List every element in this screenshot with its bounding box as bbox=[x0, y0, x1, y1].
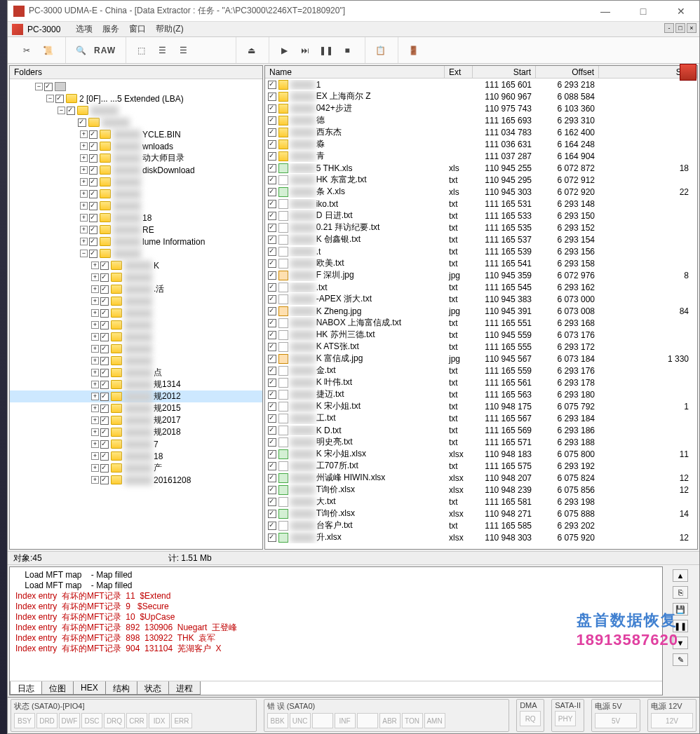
tab-process[interactable]: 进程 bbox=[168, 681, 201, 695]
checkbox[interactable] bbox=[268, 259, 276, 268]
checkbox[interactable] bbox=[268, 307, 276, 315]
checkbox[interactable] bbox=[268, 462, 276, 470]
tree-row[interactable]: +xxxx规2015 bbox=[10, 402, 262, 414]
expander-icon[interactable]: + bbox=[91, 297, 99, 305]
list-row[interactable]: 1xx西东杰111 034 7836 162 400 bbox=[265, 126, 697, 138]
minimize-button[interactable]: — bbox=[593, 6, 618, 17]
tree-row[interactable]: +xxxx动大师目录 bbox=[10, 152, 262, 164]
tree-row[interactable]: − bbox=[10, 81, 262, 93]
checkbox[interactable] bbox=[55, 95, 64, 103]
folder-tree[interactable]: −−2 [0F]... ...5 Extended (LBA)−xxxxxxxx… bbox=[10, 79, 262, 549]
expander-icon[interactable]: + bbox=[80, 130, 88, 138]
tab-state[interactable]: 状态 bbox=[137, 681, 169, 695]
checkbox[interactable] bbox=[268, 140, 276, 149]
checkbox[interactable] bbox=[78, 118, 86, 127]
list-row[interactable]: 1xx明史亮.txttxt111 165 5716 293 188 bbox=[265, 436, 697, 448]
expander-icon[interactable]: + bbox=[91, 261, 99, 269]
checkbox[interactable] bbox=[89, 214, 97, 222]
checkbox[interactable] bbox=[89, 154, 97, 163]
expander-icon[interactable]: + bbox=[91, 285, 99, 293]
checkbox[interactable] bbox=[100, 405, 109, 413]
expander-icon[interactable]: + bbox=[80, 178, 88, 186]
checkbox[interactable] bbox=[89, 202, 97, 210]
list-row[interactable]: 1xxEX 上海商尔 Z110 960 9676 088 584 bbox=[265, 90, 697, 102]
list-row[interactable]: 1xx德111 165 6936 293 310 bbox=[265, 114, 697, 126]
checkbox[interactable] bbox=[268, 355, 276, 363]
tree-row[interactable]: −2 [0F]... ...5 Extended (LBA) bbox=[10, 93, 262, 104]
list-row[interactable]: 1xx淼111 036 6316 164 248 bbox=[265, 138, 697, 150]
expander-icon[interactable]: + bbox=[91, 452, 99, 460]
tree-row[interactable]: +xxxx bbox=[10, 188, 262, 200]
checkbox[interactable] bbox=[100, 261, 109, 270]
expander-icon[interactable]: + bbox=[91, 405, 99, 412]
tree-row[interactable]: −xxxx bbox=[10, 104, 262, 116]
checkbox[interactable] bbox=[268, 128, 276, 137]
tree-row[interactable]: +xxxx规2017 bbox=[10, 414, 262, 426]
tree-row[interactable]: +xxxx20161208 bbox=[10, 474, 262, 486]
list-row[interactable]: 1xx捷迈.txttxt111 165 5636 293 180 bbox=[265, 388, 697, 400]
expander-icon[interactable]: − bbox=[46, 95, 54, 102]
checkbox[interactable] bbox=[268, 236, 276, 244]
checkbox[interactable] bbox=[268, 271, 276, 280]
tree-row[interactable]: +xxxx bbox=[10, 307, 262, 319]
expander-icon[interactable]: + bbox=[80, 238, 88, 245]
expander-icon[interactable]: + bbox=[80, 190, 88, 198]
expander-icon[interactable]: + bbox=[80, 166, 88, 174]
checkbox[interactable] bbox=[268, 438, 276, 447]
filter1-icon[interactable]: ☰ bbox=[154, 43, 170, 58]
list-row[interactable]: 1xxK ATS张.txttxt111 165 5556 293 172 bbox=[265, 341, 697, 353]
expander-icon[interactable]: + bbox=[91, 345, 99, 353]
tree-row[interactable]: +xxxx7 bbox=[10, 438, 262, 450]
checkbox[interactable] bbox=[268, 402, 276, 411]
checkbox[interactable] bbox=[268, 283, 276, 292]
list-row[interactable]: 1xxHK 东富龙.txttxt110 945 2956 072 912 bbox=[265, 174, 697, 186]
tree-row[interactable]: +xxxx点 bbox=[10, 367, 262, 379]
right-db-icon[interactable] bbox=[680, 64, 696, 81]
binoculars-icon[interactable]: 🔍 bbox=[73, 43, 88, 58]
expander-icon[interactable]: + bbox=[91, 357, 99, 365]
list-row[interactable]: 1xx台客户.txttxt111 165 5856 293 202 bbox=[265, 519, 697, 531]
tree-row[interactable]: +xxxx bbox=[10, 295, 262, 307]
expander-icon[interactable]: + bbox=[91, 273, 99, 281]
checkbox[interactable] bbox=[100, 440, 109, 449]
list-row[interactable]: 1xx.ttxt111 165 5396 293 156 bbox=[265, 245, 697, 257]
tree-row[interactable]: xxxx bbox=[10, 116, 262, 128]
filter2-icon[interactable]: ☰ bbox=[175, 43, 191, 58]
tree-row[interactable]: −xxxx bbox=[10, 247, 262, 259]
col-start[interactable]: Start bbox=[473, 66, 536, 78]
checkbox[interactable] bbox=[100, 297, 109, 306]
list-row[interactable]: 1xx条 X.xlsxls110 945 3036 072 92022 bbox=[265, 186, 697, 198]
tree-row[interactable]: +xxxx规1314 bbox=[10, 379, 262, 390]
tree-row[interactable]: +xxxx bbox=[10, 343, 262, 355]
list-row[interactable]: 1xxT询价.xlsxxlsx110 948 2396 075 85612 bbox=[265, 484, 697, 496]
tree-row[interactable]: +xxxxlume Information bbox=[10, 236, 262, 247]
checkbox[interactable] bbox=[100, 345, 109, 353]
expander-icon[interactable]: + bbox=[91, 464, 99, 472]
checkbox[interactable] bbox=[268, 390, 276, 399]
checkbox[interactable] bbox=[44, 83, 53, 91]
expander-icon[interactable]: + bbox=[91, 309, 99, 317]
checkbox[interactable] bbox=[268, 200, 276, 208]
export-log-icon[interactable]: ⎘ bbox=[673, 586, 688, 599]
checkbox[interactable] bbox=[268, 319, 276, 327]
checkbox[interactable] bbox=[89, 142, 97, 151]
checkbox[interactable] bbox=[268, 295, 276, 304]
tree-row[interactable]: +xxxxdiskDownload bbox=[10, 164, 262, 176]
checkbox[interactable] bbox=[268, 522, 276, 530]
checkbox[interactable] bbox=[100, 357, 109, 365]
tree-row[interactable]: +xxxx bbox=[10, 176, 262, 188]
raw-button[interactable]: RAW bbox=[94, 43, 116, 58]
checkbox[interactable] bbox=[268, 486, 276, 494]
list-row[interactable]: 1xx工.txttxt111 165 5676 293 184 bbox=[265, 412, 697, 424]
list-row[interactable]: 1xxK 富信成.jpgjpg110 945 5676 073 1841 330 bbox=[265, 353, 697, 365]
pause-icon[interactable]: ❚❚ bbox=[318, 43, 334, 58]
checkbox[interactable] bbox=[89, 226, 97, 234]
checkbox[interactable] bbox=[268, 367, 276, 375]
mdi-restore[interactable]: □ bbox=[675, 23, 685, 33]
list-row[interactable]: 1xxD 日进.txttxt111 165 5336 293 150 bbox=[265, 210, 697, 222]
checkbox[interactable] bbox=[268, 414, 276, 423]
list-row[interactable]: 1xxHK 苏州三德.txttxt110 945 5596 073 176 bbox=[265, 329, 697, 341]
checkbox[interactable] bbox=[268, 331, 276, 339]
tab-hex[interactable]: HEX bbox=[73, 681, 106, 695]
list-row[interactable]: 1xx大.txttxt111 165 5816 293 198 bbox=[265, 496, 697, 508]
